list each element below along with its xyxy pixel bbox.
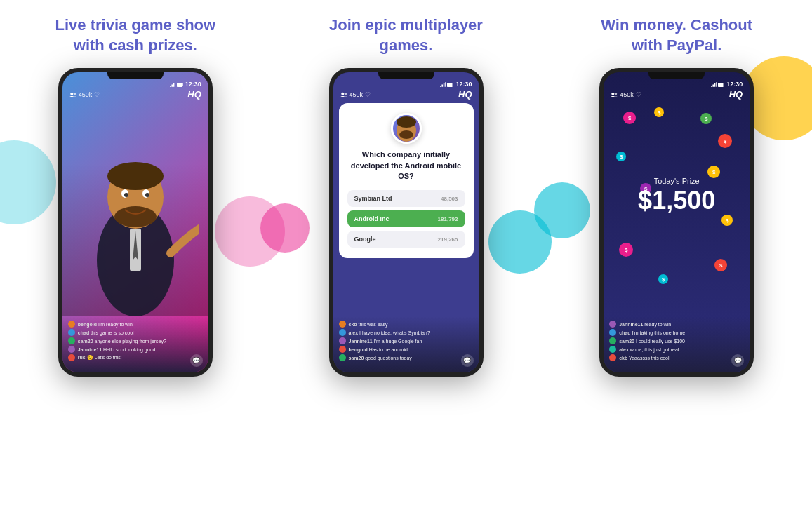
coin: $ (623, 112, 636, 124)
chat-msg: bengold I'm ready to win! (68, 321, 203, 328)
chat-msg: ckb Yaaassss this cool (609, 354, 744, 361)
message-icon[interactable]: 💬 (190, 354, 203, 367)
hq-logo-1: HQ (187, 89, 201, 100)
heading-2: Join epic multiplayergames. (329, 15, 483, 55)
answer-option-1[interactable]: Symbian Ltd 48,503 (347, 190, 465, 207)
phone2-top-bar: 450k ♡ HQ (333, 89, 479, 100)
message-icon-3[interactable]: 💬 (731, 354, 744, 367)
status-icons-2 (440, 82, 453, 87)
coins-area: $ $ $ $ $ $ $ $ $ $ $ Today's Prize $1,5… (604, 99, 750, 316)
phone-1: 12:30 450k ♡ HQ (58, 68, 213, 377)
phone-notch-3 (648, 72, 705, 79)
prize-amount: $1,500 (638, 188, 715, 213)
svg-point-10 (124, 193, 128, 197)
coin: $ (658, 274, 668, 284)
phone-3: 12:30 450k ♡ HQ $ $ $ $ $ (599, 68, 754, 377)
svg-point-15 (397, 116, 416, 128)
chat-msg: Jannine11 ready to win (609, 321, 744, 328)
phone3-content: 12:30 450k ♡ HQ $ $ $ $ $ (604, 72, 750, 372)
chat-overlay-2: ckb this was easy alex I have no idea. w… (333, 316, 479, 372)
svg-point-12 (341, 92, 344, 95)
host-avatar (391, 113, 422, 144)
chat-msg: ckb this was easy (339, 321, 474, 328)
prize-display: Today's Prize $1,500 (604, 130, 750, 260)
chat-overlay-1: bengold I'm ready to win! chad this game… (62, 316, 208, 372)
chat-msg: sam20 I could really use $100 (609, 337, 744, 344)
svg-point-18 (615, 93, 617, 95)
column-2: Join epic multiplayergames. 12:30 450k (271, 0, 542, 505)
chat-overlay-3: Jannine11 ready to win chad I'm taking t… (604, 316, 750, 372)
viewers-3: 450k ♡ (611, 91, 641, 98)
heading-3: Win money. Cashoutwith PayPal. (601, 15, 752, 55)
hq-logo-3: HQ (729, 89, 743, 100)
phone1-content: 12:30 450k ♡ HQ (62, 72, 208, 372)
column-3: Win money. Cashoutwith PayPal. 12:30 450… (541, 0, 812, 505)
heading-1: Live trivia game showwith cash prizes. (55, 15, 216, 55)
chat-msg: Jannine11 I'm a huge Google fan (339, 337, 474, 344)
svg-point-16 (399, 130, 413, 139)
chat-msg: rus 😊 Let's do this! (68, 354, 203, 361)
chat-msg: alex whoa, this just got real (609, 346, 744, 353)
svg-point-0 (70, 92, 73, 95)
chat-msg: alex I have no idea. what's Symbian? (339, 329, 474, 336)
time-3: 12:30 (726, 81, 743, 88)
host-silhouette (72, 120, 199, 316)
viewers-2: 450k ♡ (340, 91, 371, 98)
phone-notch-2 (378, 72, 434, 79)
svg-point-6 (107, 162, 164, 190)
status-icons-1 (170, 82, 183, 87)
phone1-top-bar: 450k ♡ HQ (62, 89, 208, 100)
svg-point-1 (74, 93, 76, 95)
chat-msg: Jannine11 Hello scott looking good (68, 346, 203, 353)
chat-msg: chad this game is so cool (68, 329, 203, 336)
phone2-content: 12:30 450k ♡ HQ (333, 72, 479, 372)
answer-option-3[interactable]: Google 219,265 (347, 231, 465, 248)
svg-point-11 (145, 193, 149, 197)
phone-notch-1 (107, 72, 164, 79)
status-icons-3 (711, 82, 724, 87)
quiz-question: Which company initially developed the An… (347, 149, 465, 182)
coin: $ (714, 259, 727, 271)
status-bar-2: 12:30 (333, 81, 479, 88)
viewers-1: 450k ♡ (69, 91, 100, 98)
app-layout: Live trivia game showwith cash prizes. 1… (0, 0, 812, 505)
host-image (58, 97, 213, 316)
chat-msg: chad I'm taking this one home (609, 329, 744, 336)
time-1: 12:30 (185, 81, 201, 88)
phone-2: 12:30 450k ♡ HQ (329, 68, 484, 377)
prize-label: Today's Prize (654, 177, 700, 185)
svg-point-7 (114, 206, 157, 227)
phone3-top-bar: 450k ♡ HQ (604, 89, 750, 100)
svg-point-17 (611, 92, 614, 95)
answer-option-2[interactable]: Android Inc 181,792 (347, 210, 465, 227)
chat-msg: sam20 good questions today (339, 354, 474, 361)
svg-point-13 (344, 93, 346, 95)
status-bar-3: 12:30 (604, 81, 750, 88)
message-icon-2[interactable]: 💬 (461, 354, 474, 367)
time-2: 12:30 (455, 81, 472, 88)
quiz-card: Which company initially developed the An… (339, 103, 474, 258)
column-1: Live trivia game showwith cash prizes. 1… (0, 0, 271, 505)
status-bar-1: 12:30 (62, 81, 208, 88)
chat-msg: bengold Has to be android (339, 346, 474, 353)
chat-msg: sam20 anyone else playing from jersey? (68, 337, 203, 344)
hq-logo-2: HQ (458, 89, 472, 100)
coin: $ (700, 113, 712, 124)
coin: $ (654, 107, 664, 117)
